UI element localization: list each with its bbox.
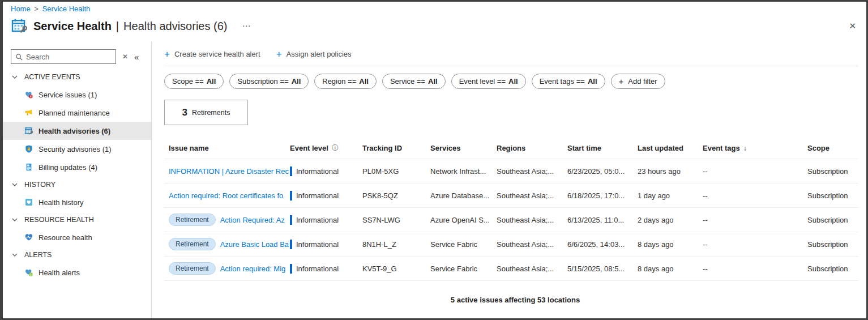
sidebar-item-service-issues[interactable]: Service issues (1) — [3, 86, 151, 104]
more-options-icon[interactable]: ⋯ — [242, 21, 251, 31]
section-active-events[interactable]: ACTIVE EVENTS — [3, 69, 151, 86]
column-issue-name[interactable]: Issue name — [164, 144, 290, 152]
services: Service Fabric — [430, 240, 497, 249]
create-service-health-alert-button[interactable]: + Create service health alert — [164, 49, 260, 59]
tracking-id: SS7N-LWG — [362, 216, 430, 224]
event-tags: -- — [703, 167, 807, 176]
section-alerts[interactable]: ALERTS — [3, 246, 151, 263]
page-title: Service Health — [33, 20, 112, 33]
column-label: Event level — [290, 144, 328, 152]
sidebar-item-health-history[interactable]: Health history — [3, 193, 151, 211]
last-updated: 1 day ago — [638, 191, 703, 200]
sidebar-item-label: Health advisories (6) — [39, 127, 110, 135]
retirement-badge[interactable]: Retirement — [169, 238, 216, 250]
assign-alert-policies-button[interactable]: + Assign alert policies — [276, 49, 352, 59]
filter-pill-region[interactable]: Region ==All — [314, 74, 377, 89]
regions: Southeast Asia;... — [497, 191, 567, 200]
breadcrumb-separator-icon: > — [35, 5, 39, 13]
column-event-level[interactable]: Event level ⓘ — [290, 143, 362, 153]
retirements-summary-card[interactable]: 3 Retirements — [164, 100, 248, 125]
tracking-id: 8N1H-L_Z — [362, 240, 430, 249]
retirement-badge[interactable]: Retirement — [169, 262, 216, 275]
event-level: Informational — [296, 191, 339, 200]
sidebar-item-health-advisories[interactable]: Health advisories (6) — [3, 122, 151, 140]
column-regions[interactable]: Regions — [497, 144, 567, 152]
event-tags: -- — [703, 240, 807, 249]
search-box[interactable] — [11, 49, 116, 64]
add-filter-button[interactable]: + Add filter — [611, 74, 665, 89]
start-time: 6/6/2025, 14:03... — [567, 240, 638, 249]
tracking-id: PSK8-5QZ — [362, 191, 430, 200]
column-last-updated[interactable]: Last updated — [638, 144, 703, 152]
filter-pill-event-level[interactable]: Event level ==All — [451, 74, 526, 89]
breadcrumb-service-health-link[interactable]: Service Health — [42, 5, 91, 13]
sidebar-item-label: Security advisories (1) — [39, 145, 112, 153]
filter-value: All — [428, 77, 438, 86]
filter-value: All — [508, 77, 518, 86]
tracking-id: KV5T-9_G — [362, 264, 430, 273]
filter-pill-scope[interactable]: Scope ==All — [164, 74, 224, 89]
table-row: Action required: Root certificates fo In… — [164, 184, 858, 208]
services: Service Fabric — [430, 264, 497, 273]
retirement-badge[interactable]: Retirement — [169, 214, 216, 226]
sidebar-item-label: Planned maintenance — [39, 109, 110, 117]
sidebar-item-security-advisories[interactable]: Security advisories (1) — [3, 140, 151, 158]
services: Azure Database... — [430, 191, 497, 200]
regions: Southeast Asia;... — [497, 167, 567, 176]
search-input[interactable] — [26, 53, 112, 61]
scope: Subscription — [807, 167, 858, 176]
filter-pill-subscription[interactable]: Subscription ==All — [229, 74, 309, 89]
security-advisories-icon — [24, 144, 33, 153]
breadcrumb: Home > Service Health — [3, 2, 866, 13]
filter-pill-event-tags[interactable]: Event tags ==All — [532, 74, 605, 89]
issue-link[interactable]: Action Required: Az — [220, 216, 285, 224]
column-label: Event tags — [703, 144, 740, 152]
column-services[interactable]: Services — [430, 144, 497, 152]
column-tracking-id[interactable]: Tracking ID — [362, 144, 430, 152]
breadcrumb-home-link[interactable]: Home — [11, 5, 31, 13]
sidebar-item-resource-health[interactable]: Resource health — [3, 228, 151, 246]
health-alerts-icon — [24, 268, 33, 277]
issue-link[interactable]: Action required: Mig — [220, 264, 286, 273]
event-level: Informational — [296, 167, 339, 176]
last-updated: 8 days ago — [638, 264, 703, 273]
chevron-down-icon — [11, 216, 18, 223]
start-time: 6/13/2025, 11:0... — [567, 216, 638, 224]
informational-bar-icon — [290, 264, 292, 274]
scope: Subscription — [807, 240, 858, 249]
command-label: Assign alert policies — [287, 50, 352, 58]
close-icon[interactable]: ✕ — [849, 21, 856, 31]
table-header-row: Issue name Event level ⓘ Tracking ID Ser… — [164, 138, 858, 159]
column-scope[interactable]: Scope — [807, 144, 858, 152]
issue-link[interactable]: Azure Basic Load Ba — [220, 240, 289, 249]
sidebar-item-planned-maintenance[interactable]: Planned maintenance — [3, 104, 151, 122]
filter-label: Service == — [390, 77, 425, 86]
informational-bar-icon — [290, 167, 292, 176]
column-event-tags[interactable]: Event tags ↓ — [703, 144, 807, 152]
chevron-down-icon — [11, 181, 18, 188]
sidebar-item-billing-updates[interactable]: Billing updates (4) — [3, 158, 151, 176]
issue-link[interactable]: INFORMATION | Azure Disaster Rec — [169, 167, 289, 176]
sidebar-collapse-icon[interactable]: « — [134, 52, 139, 62]
section-label: ALERTS — [24, 251, 52, 259]
filter-label: Event tags == — [540, 77, 585, 86]
filter-pill-service[interactable]: Service ==All — [382, 74, 446, 89]
scope: Subscription — [807, 216, 858, 224]
command-bar: + Create service health alert + Assign a… — [164, 41, 858, 66]
page-header: Service Health | Health advisories (6) ⋯… — [3, 13, 866, 41]
table-row: Retirement Azure Basic Load Ba Informati… — [164, 232, 858, 257]
section-resource-health[interactable]: RESOURCE HEALTH — [3, 211, 151, 228]
issue-link[interactable]: Action required: Root certificates fo — [169, 191, 283, 200]
sidebar-item-label: Billing updates (4) — [39, 163, 97, 172]
service-issues-icon — [24, 90, 33, 99]
info-icon[interactable]: ⓘ — [332, 143, 339, 153]
filter-label: Region == — [322, 77, 356, 86]
sidebar-item-health-alerts[interactable]: Health alerts — [3, 263, 151, 281]
event-level: Informational — [296, 216, 339, 224]
section-history[interactable]: HISTORY — [3, 176, 151, 193]
event-tags: -- — [703, 216, 807, 224]
title-divider: | — [116, 20, 119, 33]
column-start-time[interactable]: Start time — [567, 144, 638, 152]
filter-value: All — [359, 77, 369, 86]
search-clear-icon[interactable]: ✕ — [122, 53, 128, 61]
